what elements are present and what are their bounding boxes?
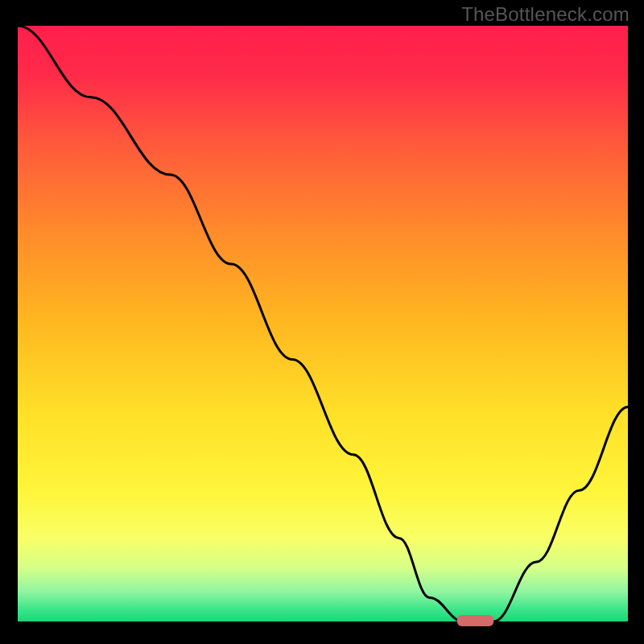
optimal-marker <box>457 615 493 626</box>
gradient-background <box>18 26 628 621</box>
bottleneck-chart <box>0 0 644 644</box>
chart-container: TheBottleneck.com <box>0 0 644 644</box>
watermark-label: TheBottleneck.com <box>461 3 630 26</box>
